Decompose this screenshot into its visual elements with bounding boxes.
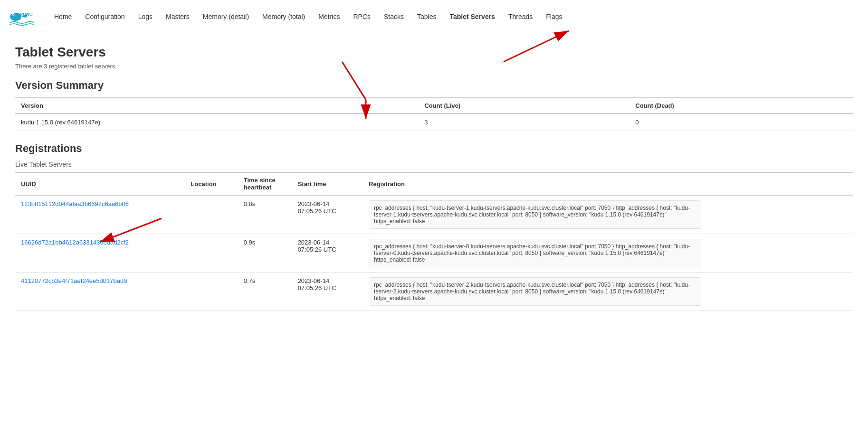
version-summary-header-row: Version Count (Live) Count (Dead) xyxy=(15,98,853,113)
version-summary-title: Version Summary xyxy=(15,79,853,92)
nav-stacks[interactable]: Stacks xyxy=(377,9,410,24)
col-version: Version xyxy=(15,98,419,113)
uuid-cell[interactable]: 16626d72a1bb4612a6331435edad2cf2 xyxy=(15,234,185,273)
page-title: Tablet Servers xyxy=(15,45,853,60)
nav-masters[interactable]: Masters xyxy=(159,9,196,24)
logo[interactable]: KUDU xyxy=(8,5,36,28)
registrations-subtitle: Live Tablet Servers xyxy=(15,160,853,168)
version-row: kudu 1.15.0 (rev 64619147e) 3 0 xyxy=(15,113,853,131)
main-content: Tablet Servers There are 3 registered ta… xyxy=(0,33,868,334)
uuid-cell[interactable]: 41120772cb3e4f71aef24ee5d017bad9 xyxy=(15,273,185,311)
location-cell xyxy=(185,234,238,273)
nav-configuration[interactable]: Configuration xyxy=(78,9,131,24)
nav-metrics[interactable]: Metrics xyxy=(312,9,346,24)
registration-row: 16626d72a1bb4612a6331435edad2cf2 0.9s 20… xyxy=(15,234,853,273)
registrations-title: Registrations xyxy=(15,142,853,155)
location-cell xyxy=(185,195,238,234)
registration-text: rpc_addresses { host: "kudu-tserver-2.ku… xyxy=(369,277,701,306)
heartbeat-cell: 0.8s xyxy=(238,195,292,234)
nav-memory-total[interactable]: Memory (total) xyxy=(256,9,312,24)
uuid-link[interactable]: 123b815112d044afaa3b6692c6aa6b06 xyxy=(21,200,129,207)
nav-tables[interactable]: Tables xyxy=(410,9,443,24)
registration-cell: rpc_addresses { host: "kudu-tserver-2.ku… xyxy=(363,273,853,311)
uuid-cell[interactable]: 123b815112d044afaa3b6692c6aa6b06 xyxy=(15,195,185,234)
nav-memory-detail[interactable]: Memory (detail) xyxy=(196,9,256,24)
start-time-cell: 2023-06-1407:05:26 UTC xyxy=(292,195,363,234)
heartbeat-cell: 0.7s xyxy=(238,273,292,311)
col-count-live: Count (Live) xyxy=(419,98,630,113)
nav-tablet-servers[interactable]: Tablet Servers xyxy=(443,9,501,24)
registration-row: 41120772cb3e4f71aef24ee5d017bad9 0.7s 20… xyxy=(15,273,853,311)
col-count-dead: Count (Dead) xyxy=(630,98,853,113)
kudu-logo-icon: KUDU xyxy=(8,5,36,28)
col-start-time: Start time xyxy=(292,172,363,195)
navbar: KUDU Home Configuration Logs Masters Mem… xyxy=(0,0,868,33)
start-time-cell: 2023-06-1407:05:26 UTC xyxy=(292,273,363,311)
registration-text: rpc_addresses { host: "kudu-tserver-0.ku… xyxy=(369,239,701,267)
registrations-table: UUID Location Time sinceheartbeat Start … xyxy=(15,172,853,311)
version-summary-table: Version Count (Live) Count (Dead) kudu 1… xyxy=(15,97,853,131)
nav-flags[interactable]: Flags xyxy=(539,9,569,24)
col-heartbeat: Time sinceheartbeat xyxy=(238,172,292,195)
col-registration: Registration xyxy=(363,172,853,195)
nav-logs[interactable]: Logs xyxy=(132,9,159,24)
count-live-cell: 3 xyxy=(419,113,630,131)
count-dead-cell: 0 xyxy=(630,113,853,131)
svg-text:KUDU: KUDU xyxy=(20,11,33,17)
col-location: Location xyxy=(185,172,238,195)
nav-home[interactable]: Home xyxy=(48,9,78,24)
version-cell: kudu 1.15.0 (rev 64619147e) xyxy=(15,113,419,131)
svg-point-3 xyxy=(13,14,14,15)
registration-text: rpc_addresses { host: "kudu-tserver-1.ku… xyxy=(369,200,701,229)
page-subtitle: There are 3 registered tablet servers. xyxy=(15,63,853,70)
registration-cell: rpc_addresses { host: "kudu-tserver-0.ku… xyxy=(363,234,853,273)
registration-row: 123b815112d044afaa3b6692c6aa6b06 0.8s 20… xyxy=(15,195,853,234)
col-uuid: UUID xyxy=(15,172,185,195)
registration-cell: rpc_addresses { host: "kudu-tserver-1.ku… xyxy=(363,195,853,234)
nav-links: Home Configuration Logs Masters Memory (… xyxy=(48,9,569,24)
uuid-link[interactable]: 16626d72a1bb4612a6331435edad2cf2 xyxy=(21,239,129,246)
location-cell xyxy=(185,273,238,311)
registrations-header-row: UUID Location Time sinceheartbeat Start … xyxy=(15,172,853,195)
nav-rpcs[interactable]: RPCs xyxy=(346,9,377,24)
nav-threads[interactable]: Threads xyxy=(502,9,539,24)
heartbeat-cell: 0.9s xyxy=(238,234,292,273)
uuid-link[interactable]: 41120772cb3e4f71aef24ee5d017bad9 xyxy=(21,277,127,284)
start-time-cell: 2023-06-1407:05:26 UTC xyxy=(292,234,363,273)
